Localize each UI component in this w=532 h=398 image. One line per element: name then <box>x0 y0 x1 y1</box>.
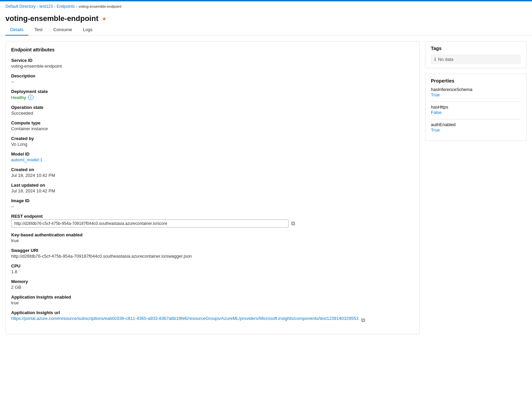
property-label-has-inference-schema: hasInferenceSchema <box>431 87 521 92</box>
field-image-id: Image ID -- <box>11 198 414 209</box>
tags-no-data-label: No data <box>438 57 454 62</box>
rest-endpoint-input[interactable] <box>11 219 288 228</box>
label-last-updated-on: Last updated on <box>11 183 414 188</box>
value-deployment-state: Healthy <box>11 95 26 100</box>
breadcrumb-current: voting-ensemble-endpoint <box>78 4 121 8</box>
properties-divider-1 <box>431 101 521 102</box>
value-service-id: voting-ensemble-endpoint <box>11 64 414 69</box>
field-cpu: CPU 1.8 <box>11 263 414 274</box>
label-created-by: Created by <box>11 136 414 141</box>
app-insights-copy-icon[interactable]: ⧉ <box>361 317 366 324</box>
breadcrumb-default-directory[interactable]: Default Directory <box>5 4 36 9</box>
label-memory: Memory <box>11 279 414 284</box>
tabs-bar: Details Test Consume Logs <box>0 24 532 36</box>
label-swagger-uri: Swagger URI <box>11 248 414 253</box>
value-swagger-uri: http://d26fdb76-c5cf-475b-954a-709187f04… <box>11 254 414 259</box>
label-service-id: Service ID <box>11 58 414 63</box>
label-model-id: Model ID <box>11 151 414 157</box>
property-label-has-https: hasHttps <box>431 104 521 110</box>
label-description: Description <box>11 73 414 78</box>
page-title: voting-ensemble-endpoint <box>5 14 98 23</box>
properties-card: Properties hasInferenceSchema True hasHt… <box>425 74 527 141</box>
label-key-based-auth: Key-based authentication enabled <box>11 232 414 237</box>
property-value-has-inference-schema: True <box>431 92 521 97</box>
value-last-updated-on: Jul 18, 2024 10:42 PM <box>11 188 414 193</box>
value-image-id: -- <box>11 204 414 209</box>
breadcrumb-test123[interactable]: test123 <box>40 4 53 9</box>
property-auth-enabled: authEnabled True <box>431 122 521 133</box>
field-swagger-uri: Swagger URI http://d26fdb76-c5cf-475b-95… <box>11 248 414 259</box>
tags-no-data-row: ℹ No data <box>431 54 521 64</box>
value-created-by: Vo Long <box>11 142 414 147</box>
favorite-star-icon[interactable]: ★ <box>102 16 107 22</box>
label-created-on: Created on <box>11 167 414 172</box>
tab-consume[interactable]: Consume <box>49 24 77 36</box>
property-value-auth-enabled: True <box>431 127 521 133</box>
field-deployment-state: Deployment state Healthy i <box>11 89 414 100</box>
value-operation-state: Succeeded <box>11 111 414 116</box>
tab-details[interactable]: Details <box>5 24 28 36</box>
endpoint-attributes-panel: Endpoint attributes Service ID voting-en… <box>5 41 420 334</box>
property-has-inference-schema: hasInferenceSchema True <box>431 87 521 97</box>
breadcrumb-sep-3: › <box>76 5 77 8</box>
label-operation-state: Operation state <box>11 105 414 110</box>
field-app-insights-enabled: Application Insights enabled true <box>11 295 414 305</box>
value-description: -- <box>11 79 414 84</box>
field-last-updated-on: Last updated on Jul 18, 2024 10:42 PM <box>11 183 414 193</box>
tab-test[interactable]: Test <box>30 24 47 36</box>
field-model-id: Model ID automl_model:1 <box>11 151 414 162</box>
value-app-insights-enabled: true <box>11 300 414 305</box>
deployment-state-info-icon[interactable]: i <box>28 95 33 100</box>
tags-title: Tags <box>431 46 521 51</box>
field-service-id: Service ID voting-ensemble-endpoint <box>11 58 414 69</box>
field-created-on: Created on Jul 18, 2024 10:42 PM <box>11 167 414 178</box>
properties-divider-2 <box>431 119 521 119</box>
label-rest-endpoint: REST endpoint <box>11 214 414 219</box>
label-cpu: CPU <box>11 263 414 268</box>
rest-endpoint-copy-icon[interactable]: ⧉ <box>291 220 296 227</box>
field-created-by: Created by Vo Long <box>11 136 414 147</box>
value-compute-type: Container instance <box>11 126 414 131</box>
property-value-has-https: False <box>431 110 521 115</box>
right-panel: Tags ℹ No data Properties hasInferenceSc… <box>425 41 527 334</box>
value-cpu: 1.8 <box>11 269 414 274</box>
breadcrumb-endpoints[interactable]: Endpoints <box>56 4 74 9</box>
endpoint-attributes-title: Endpoint attributes <box>11 47 414 52</box>
value-app-insights-url[interactable]: https://portal.azure.com#resource/subscr… <box>11 316 358 321</box>
label-deployment-state: Deployment state <box>11 89 414 94</box>
label-app-insights-enabled: Application Insights enabled <box>11 295 414 300</box>
property-has-https: hasHttps False <box>431 104 521 115</box>
breadcrumb-sep-2: › <box>54 5 55 8</box>
field-operation-state: Operation state Succeeded <box>11 105 414 116</box>
tags-card: Tags ℹ No data <box>425 41 527 68</box>
value-created-on: Jul 18, 2024 10:42 PM <box>11 173 414 178</box>
property-label-auth-enabled: authEnabled <box>431 122 521 127</box>
properties-title: Properties <box>431 78 521 84</box>
field-memory: Memory 2 GB <box>11 279 414 290</box>
label-app-insights-url: Application Insights url <box>11 310 414 315</box>
field-app-insights-url: Application Insights url https://portal.… <box>11 310 414 324</box>
field-description: Description -- <box>11 73 414 84</box>
label-compute-type: Compute type <box>11 120 414 125</box>
deployment-state-row: Healthy i <box>11 95 414 100</box>
value-key-based-auth: true <box>11 238 414 243</box>
label-image-id: Image ID <box>11 198 414 203</box>
tab-logs[interactable]: Logs <box>78 24 97 36</box>
breadcrumb: Default Directory › test123 › Endpoints … <box>0 1 532 11</box>
field-rest-endpoint: REST endpoint ⧉ <box>11 214 414 228</box>
tags-info-icon: ℹ <box>434 56 436 62</box>
page-title-row: voting-ensemble-endpoint ★ <box>0 11 532 24</box>
field-compute-type: Compute type Container instance <box>11 120 414 131</box>
breadcrumb-sep-1: › <box>37 5 38 8</box>
value-model-id[interactable]: automl_model:1 <box>11 157 43 162</box>
field-key-based-auth: Key-based authentication enabled true <box>11 232 414 243</box>
value-memory: 2 GB <box>11 285 414 290</box>
main-content: Endpoint attributes Service ID voting-en… <box>0 41 532 334</box>
rest-endpoint-row: ⧉ <box>11 219 414 228</box>
